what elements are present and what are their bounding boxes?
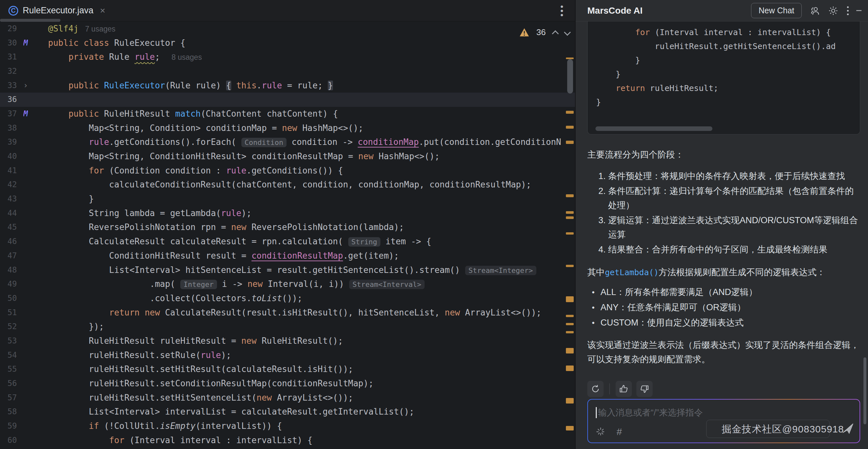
code-token: public <box>68 109 99 119</box>
thumbs-up-button[interactable] <box>616 381 632 397</box>
code-line-53[interactable]: 53 RuleHitResult ruleHitResult = new Rul… <box>0 334 575 348</box>
warning-stripe-mark[interactable] <box>566 398 574 403</box>
inspections-widget[interactable]: 36 <box>520 27 570 37</box>
panel-kebab-menu-icon[interactable] <box>846 5 849 16</box>
usages-hint[interactable]: 7 usages <box>85 25 115 33</box>
regenerate-button[interactable] <box>587 381 603 397</box>
warning-stripe-mark[interactable] <box>566 315 574 317</box>
code-line-31[interactable]: 31 private Rule rule; 8 usages <box>0 50 575 64</box>
code-line-47[interactable]: 47 ConditionHitResult result = condition… <box>0 248 575 263</box>
code-area[interactable]: 29@Slf4j7 usages30Mpublic class RuleExec… <box>0 22 575 449</box>
code-line-30[interactable]: 30Mpublic class RuleExecutor { <box>0 36 575 50</box>
code-token: RuleHitResult ruleHitResult = <box>48 336 241 346</box>
marscode-gutter-icon[interactable]: M <box>17 38 34 48</box>
code-text: .map( Integer i -> new Interval(i, i))St… <box>34 279 425 289</box>
code-token <box>596 84 616 93</box>
code-line-55[interactable]: 55 ruleHitResult.setHitResult(calculateR… <box>0 362 575 377</box>
warning-stripe-mark[interactable] <box>566 323 574 325</box>
code-line-56[interactable]: 56 ruleHitResult.setConditionResultMap(c… <box>0 376 575 391</box>
chat-input-box[interactable]: 输入消息或者“/”来选择指令 # 掘金技术社区@908305918 <box>587 399 860 443</box>
panel-scrollbar[interactable] <box>864 357 866 424</box>
line-number: 33 <box>0 81 17 90</box>
editor-kebab-menu-icon[interactable]: ••• <box>560 4 563 17</box>
code-line-41[interactable]: 41 for (Condition condition : rule.getCo… <box>0 163 575 178</box>
warning-stripe-mark[interactable] <box>566 348 574 354</box>
code-line-33[interactable]: 33› public RuleExecutor(Rule rule) { thi… <box>0 78 575 93</box>
warning-stripe-mark[interactable] <box>566 331 574 333</box>
warning-stripe-mark[interactable] <box>566 58 574 59</box>
code-line-37[interactable]: 37M public RuleHitResult match(ChatConte… <box>0 107 575 121</box>
line-number: 54 <box>0 351 17 360</box>
code-line-38[interactable]: 38 Map<String, Condition> conditionMap =… <box>0 121 575 135</box>
code-text: public RuleHitResult match(ChatContent c… <box>34 109 338 119</box>
warning-stripe-mark[interactable] <box>566 141 574 144</box>
warning-stripe-mark[interactable] <box>566 194 574 197</box>
code-line-51[interactable]: 51 return new CalculateResult(result.isH… <box>0 305 575 320</box>
line-number: 56 <box>0 379 17 388</box>
next-warning-icon[interactable] <box>564 29 571 36</box>
code-line-46[interactable]: 46 CalculateResult calculateResult = rpn… <box>0 234 575 248</box>
code-line-43[interactable]: 43 } <box>0 192 575 206</box>
lambda-options: ALL：所有条件都需要满足（AND逻辑） ANY：任意条件满足即可（OR逻辑） … <box>587 285 860 330</box>
lambda-paragraph: 其中getLambda()方法根据规则配置生成不同的逻辑表达式： <box>587 265 860 280</box>
warning-stripe-mark[interactable] <box>566 365 574 371</box>
accounts-icon[interactable] <box>810 6 820 16</box>
code-line-45[interactable]: 45 ReversePolishNotation rpn = new Rever… <box>0 220 575 235</box>
fold-arrow-icon[interactable]: › <box>17 81 34 90</box>
code-line-40[interactable]: 40 Map<String, ConditionHitResult> condi… <box>0 149 575 163</box>
code-line-58[interactable]: 58 List<Interval> intervalList = calcula… <box>0 405 575 419</box>
text-caret <box>596 407 597 418</box>
warning-stripe-mark[interactable] <box>566 126 574 129</box>
code-line-52[interactable]: 52 }); <box>0 319 575 334</box>
code-line-59[interactable]: 59 if (!CollUtil.isEmpty(intervalList)) … <box>0 419 575 433</box>
warning-stripe-mark[interactable] <box>566 216 574 219</box>
code-line-49[interactable]: 49 .map( Integer i -> new Interval(i, i)… <box>0 277 575 291</box>
warning-stripe-mark[interactable] <box>566 111 574 114</box>
warning-stripe-mark[interactable] <box>566 265 574 267</box>
code-block-horizontal-scrollbar[interactable] <box>595 126 712 131</box>
code-token: RuleExecutor { <box>109 38 185 48</box>
warning-stripe-mark[interactable] <box>566 232 574 235</box>
context-hash-icon[interactable]: # <box>617 426 622 437</box>
code-text: rule.getConditions().forEach( Condition … <box>34 137 561 147</box>
code-line-44[interactable]: 44 String lambda = getLambda(rule); <box>0 206 575 220</box>
code-line-48[interactable]: 48 List<Interval> hitSentenceList = resu… <box>0 263 575 277</box>
code-token: new <box>282 123 297 133</box>
code-line-42[interactable]: 42 calculateConditionResult(chatContent,… <box>0 178 575 192</box>
code-token: ReversePolishNotation(lambda); <box>247 222 404 232</box>
code-token: RuleHitResult(); <box>257 336 343 346</box>
code-token: return <box>109 308 140 318</box>
usages-hint[interactable]: 8 usages <box>172 53 202 61</box>
settings-gear-icon[interactable] <box>828 6 838 16</box>
warning-stripe-mark[interactable] <box>566 296 574 302</box>
warning-stripe-mark[interactable] <box>566 426 574 430</box>
thumbs-down-button[interactable] <box>637 381 653 397</box>
code-line-57[interactable]: 57 ruleHitResult.setHitSentenceList(new … <box>0 391 575 405</box>
error-stripe[interactable] <box>565 0 574 449</box>
response-actions <box>587 381 868 397</box>
code-line-54[interactable]: 54 ruleHitResult.setRule(rule); <box>0 348 575 362</box>
close-icon[interactable]: × <box>100 5 105 16</box>
code-line-50[interactable]: 50 .collect(Collectors.toList()); <box>0 291 575 305</box>
new-chat-button[interactable]: New Chat <box>751 3 802 18</box>
code-line-29[interactable]: 29@Slf4j7 usages <box>0 22 575 36</box>
ai-response-text: 主要流程分为四个阶段： 条件预处理：将规则中的条件存入映射表，便于后续快速查找 … <box>576 148 868 366</box>
code-token: ruleHitResult.setHitResult(calculateResu… <box>48 364 353 374</box>
code-token <box>48 137 89 147</box>
code-token: .getConditions()) { <box>247 166 343 175</box>
prev-warning-icon[interactable] <box>552 30 559 37</box>
commands-sparkle-icon[interactable] <box>596 427 606 437</box>
code-line-32[interactable]: 32 <box>0 64 575 78</box>
warning-stripe-mark[interactable] <box>566 211 574 214</box>
marscode-gutter-icon[interactable]: M <box>17 109 34 118</box>
code-line-60[interactable]: 60 for (Interval interval : intervalList… <box>0 433 575 447</box>
app-window: C RuleExecutor.java × ••• 29@Slf4j7 usag… <box>0 0 868 449</box>
hide-panel-icon[interactable] <box>856 10 862 11</box>
line-number: 43 <box>0 194 17 203</box>
code-token: rule <box>134 52 155 62</box>
code-line-36[interactable]: 36 <box>0 92 575 107</box>
tab-rule-executor[interactable]: C RuleExecutor.java × <box>0 0 114 21</box>
flow-step: 条件预处理：将规则中的条件存入映射表，便于后续快速查找 <box>608 169 860 183</box>
code-token: Map<String, ConditionHitResult> conditio… <box>48 151 358 161</box>
code-line-39[interactable]: 39 rule.getConditions().forEach( Conditi… <box>0 135 575 149</box>
